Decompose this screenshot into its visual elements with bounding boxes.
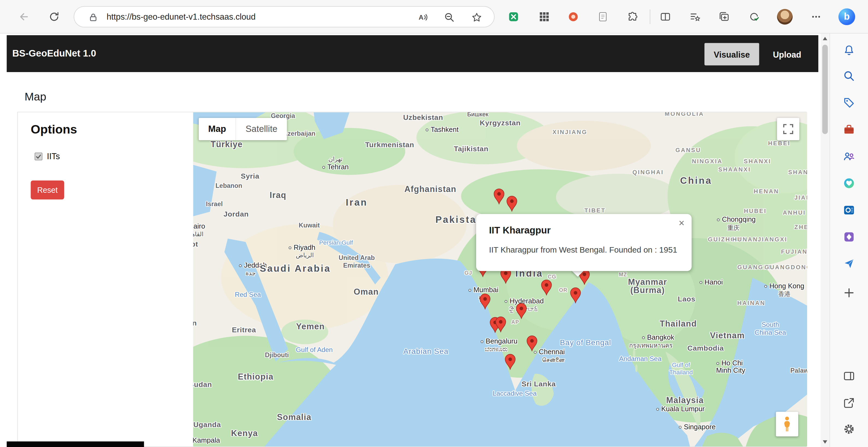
info-window-title: IIT Kharagpur	[489, 225, 678, 236]
favorites-hub-icon[interactable]	[686, 7, 705, 27]
visualise-button[interactable]: Visualise	[705, 43, 759, 65]
refresh-icon[interactable]	[45, 7, 64, 27]
people-icon[interactable]	[841, 149, 857, 164]
profile-avatar[interactable]	[777, 9, 793, 25]
options-panel: Options IITs Reset	[18, 112, 193, 446]
browser-window: https://bs-geo-edunet-v1.techsaas.cloud …	[0, 0, 868, 447]
shopping-icon[interactable]	[564, 7, 583, 27]
pegman-button[interactable]	[776, 412, 798, 436]
close-icon[interactable]: ×	[676, 217, 687, 229]
map-type-satellite-button[interactable]: Satellite	[236, 118, 287, 140]
extensions-icon[interactable]	[623, 7, 642, 27]
read-aloud-icon[interactable]: A	[416, 11, 429, 24]
bottom-black-bar	[7, 442, 144, 447]
toolbar-divider	[650, 9, 650, 24]
document-icon[interactable]	[593, 7, 613, 27]
map-type-map-button[interactable]: Map	[199, 118, 236, 140]
info-window-description: IIT Kharagpur from West Bengal. Founded …	[489, 245, 678, 254]
favorite-star-icon[interactable]	[470, 11, 483, 24]
browser-essentials-icon[interactable]	[841, 176, 857, 191]
settings-gear-icon[interactable]	[841, 421, 857, 437]
notifications-icon[interactable]	[841, 42, 857, 58]
map-marker[interactable]	[515, 302, 528, 319]
iits-label: IITs	[47, 152, 60, 161]
tools-briefcase-icon[interactable]	[841, 122, 857, 137]
collections-icon[interactable]	[715, 7, 734, 27]
edge-sidebar	[830, 34, 868, 447]
upload-button[interactable]: Upload	[764, 43, 811, 65]
scroll-up-icon[interactable]	[823, 37, 827, 40]
page-title: Map	[25, 91, 46, 103]
reset-button[interactable]: Reset	[31, 180, 64, 200]
map-marker[interactable]	[540, 279, 553, 295]
url-text[interactable]: https://bs-geo-edunet-v1.techsaas.cloud	[106, 12, 255, 21]
map-marker[interactable]	[569, 287, 582, 303]
layout-panel-icon[interactable]	[841, 368, 857, 384]
map-marker[interactable]	[506, 195, 518, 212]
designer-icon[interactable]	[841, 229, 857, 245]
map-marker[interactable]	[493, 188, 505, 205]
map-marker[interactable]	[526, 335, 538, 351]
map-marker[interactable]	[504, 353, 516, 370]
map-type-control: Map Satellite	[199, 118, 287, 140]
drop-icon[interactable]	[841, 256, 857, 271]
page-scrollbar[interactable]	[820, 34, 830, 447]
map-canvas[interactable]: GeorgiaUzbekistanБишкекKyrgyzstanTashken…	[193, 112, 807, 446]
map-markers	[193, 112, 807, 446]
svg-text:A: A	[418, 14, 424, 21]
shopping-tag-icon[interactable]	[841, 95, 857, 111]
scrollbar-thumb[interactable]	[822, 45, 828, 134]
map-card: Options IITs Reset	[17, 112, 807, 447]
map-marker[interactable]	[494, 316, 507, 332]
copilot-icon[interactable]: b	[838, 8, 855, 25]
page-content: BS-GeoEduNet 1.0 Visualise Upload Map Op…	[0, 34, 820, 447]
back-icon[interactable]	[14, 7, 34, 27]
search-icon[interactable]	[841, 68, 857, 84]
iits-checkbox[interactable]	[35, 152, 42, 160]
app-header: BS-GeoEduNet 1.0 Visualise Upload	[7, 35, 818, 72]
outlook-icon[interactable]	[841, 202, 857, 218]
add-icon[interactable]	[841, 285, 857, 301]
scroll-down-icon[interactable]	[823, 440, 827, 443]
map-info-window: × IIT Kharagpur IIT Kharagpur from West …	[476, 214, 692, 271]
more-options-icon[interactable]	[807, 7, 826, 27]
iits-checkbox-row[interactable]: IITs	[35, 152, 60, 161]
grid-icon[interactable]	[535, 7, 554, 27]
app-title: BS-GeoEduNet 1.0	[12, 48, 96, 59]
options-title: Options	[31, 122, 77, 137]
browser-toolbar: https://bs-geo-edunet-v1.techsaas.cloud …	[0, 0, 868, 34]
split-screen-icon[interactable]	[656, 7, 675, 27]
sync-icon[interactable]	[745, 7, 764, 27]
info-window-body: × IIT Kharagpur IIT Kharagpur from West …	[476, 214, 692, 271]
lock-icon	[87, 11, 100, 24]
zoom-out-icon[interactable]	[443, 11, 456, 24]
open-link-icon[interactable]	[841, 395, 857, 411]
address-bar[interactable]: https://bs-geo-edunet-v1.techsaas.cloud …	[74, 6, 494, 28]
fullscreen-button[interactable]	[777, 118, 800, 140]
workspaces-icon[interactable]	[504, 7, 523, 27]
map-marker[interactable]	[479, 293, 491, 309]
